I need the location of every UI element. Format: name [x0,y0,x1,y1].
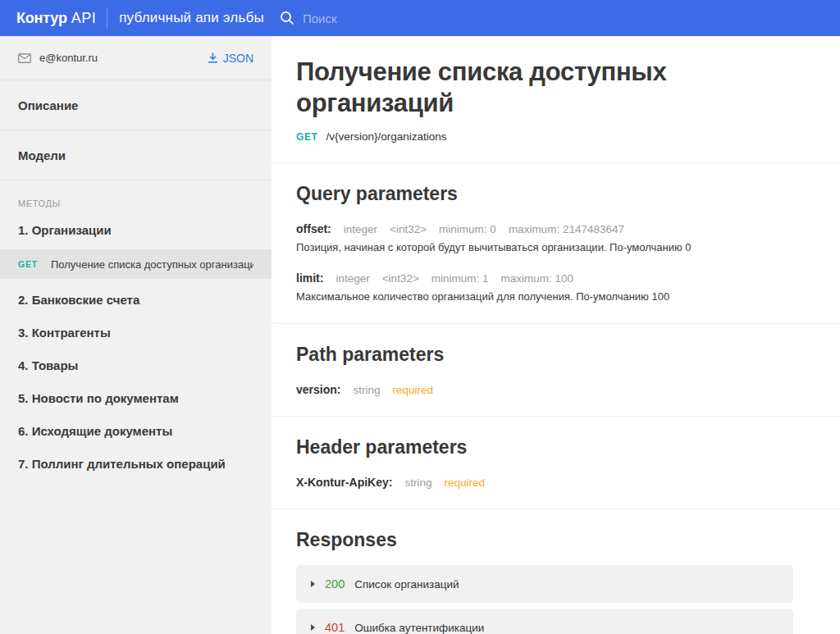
page-title: Получение списка доступных организаций [296,57,756,120]
sidebar-item-label: Модели [18,148,66,162]
top-header: Контур API публичный апи эльбы [0,0,840,36]
sidebar-item-label: Описание [18,98,78,112]
param-name: offset: [296,222,331,235]
kontur-logo[interactable]: Контур API [16,10,96,27]
query-parameters-section: Query parameters offset: integer <int32>… [272,163,840,324]
sidebar-endpoint-active[interactable]: GET Получение списка доступных организац… [0,249,272,279]
caret-right-icon [311,624,315,631]
response-label: Список организаций [354,578,459,591]
sidebar-group-outgoing-documents[interactable]: 6. Исходящие документы [0,415,272,448]
methods-section-heading: МЕТОДЫ [18,198,253,208]
response-row-401[interactable]: 401 Ошибка аутентификации [296,609,793,634]
sidebar-group-polling[interactable]: 7. Поллинг длительных операций [0,448,272,481]
response-code: 200 [325,577,345,591]
group-label: 6. Исходящие документы [18,424,172,438]
param-type: integer [344,223,377,235]
param-required-badge: required [392,384,433,396]
download-json-link[interactable]: JSON [208,52,253,65]
endpoint-line: GET /v{version}/organizations [296,130,815,143]
sidebar-group-document-news[interactable]: 5. Новости по документам [0,382,272,415]
search-icon [280,11,294,25]
group-label: 3. Контрагенты [18,326,111,340]
group-label: 2. Банковские счета [18,293,139,307]
sidebar-group-bank-accounts[interactable]: 2. Банковские счета [0,284,272,317]
param-required-badge: required [444,477,485,489]
sidebar-item-models[interactable]: Модели [0,130,272,180]
group-label: 1. Организации [18,223,112,237]
section-heading: Query parameters [296,183,815,205]
caret-right-icon [311,581,315,587]
section-heading: Header parameters [296,436,815,458]
param-name: version: [296,383,340,396]
group-label: 5. Новости по документам [18,391,179,405]
logo-product: API [71,10,97,27]
download-json-label: JSON [223,52,253,65]
account-email-text: e@kontur.ru [39,52,98,64]
search-box[interactable] [280,11,824,25]
http-method-badge: GET [296,131,317,143]
envelope-icon [18,53,31,63]
group-label: 7. Поллинг длительных операций [18,457,226,471]
param-description: Максимальное количество организаций для … [296,290,815,303]
responses-section: Responses 200 Список организаций 401 Оши… [272,509,840,634]
param-type: integer [336,272,369,285]
endpoint-method-badge: GET [18,259,51,269]
account-row: e@kontur.ru JSON [0,36,272,80]
param-name: X-Kontur-ApiKey: [296,476,392,489]
param-format: <int32> [382,272,419,285]
account-email: e@kontur.ru [18,52,98,64]
title-block: Получение списка доступных организаций G… [272,36,840,143]
api-subtitle: публичный апи эльбы [119,10,264,26]
param-name: limit: [296,271,323,285]
param-description: Позиция, начиная с которой будут вычитыв… [296,241,815,254]
download-icon [208,52,218,63]
param-maximum: maximum: 2147483647 [509,223,624,235]
section-heading: Responses [296,529,815,551]
sidebar-item-description[interactable]: Описание [0,80,272,130]
param-minimum: minimum: 0 [439,223,496,235]
param-apikey: X-Kontur-ApiKey: string required [296,476,815,489]
param-format: <int32> [390,223,427,235]
param-offset: offset: integer <int32> minimum: 0 maxim… [296,222,815,235]
http-path: /v{version}/organizations [326,130,446,143]
endpoint-label: Получение списка доступных организаций [51,258,253,271]
sidebar: e@kontur.ru JSON Описание Модели МЕТОДЫ … [0,36,272,634]
response-row-200[interactable]: 200 Список организаций [296,565,793,603]
sidebar-group-goods[interactable]: 4. Товары [0,349,272,382]
header-parameters-section: Header parameters X-Kontur-ApiKey: strin… [272,417,840,509]
search-input[interactable] [303,11,549,25]
main-content: Получение списка доступных организаций G… [272,36,840,634]
group-label: 4. Товары [18,358,78,372]
response-code: 401 [325,621,345,634]
sidebar-group-organizations[interactable]: 1. Организации [0,219,272,242]
section-heading: Path parameters [296,344,815,366]
path-parameters-section: Path parameters version: string required [272,324,840,416]
logo-brand: Контур [16,10,67,27]
param-maximum: maximum: 100 [501,272,574,285]
param-limit: limit: integer <int32> minimum: 1 maximu… [296,271,815,285]
param-type: string [404,477,431,489]
response-label: Ошибка аутентификации [354,622,484,634]
param-minimum: minimum: 1 [431,272,489,285]
sidebar-group-contractors[interactable]: 3. Контрагенты [0,317,272,349]
header-divider [107,7,107,29]
sidebar-divider [0,180,272,180]
param-type: string [353,384,380,396]
param-version: version: string required [296,383,815,396]
